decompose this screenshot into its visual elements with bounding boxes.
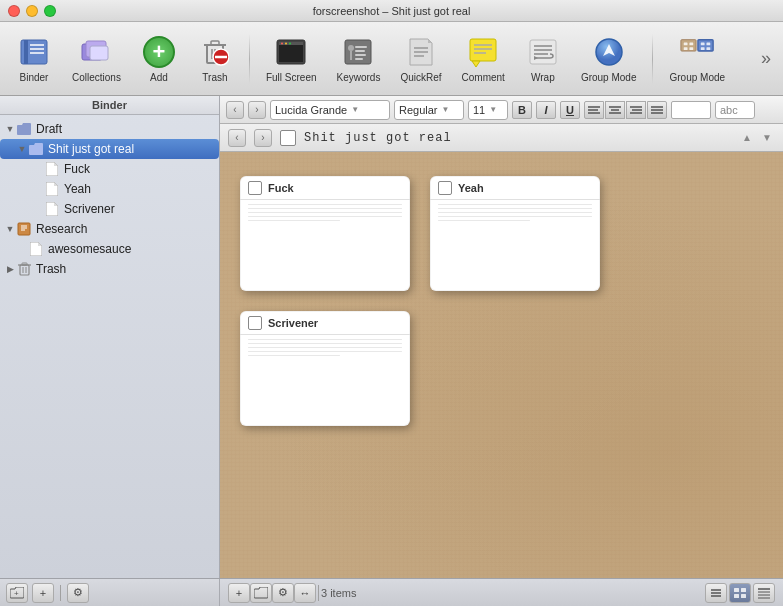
trash-icon [197,34,233,70]
doc-down-button[interactable]: ▼ [759,130,775,146]
toggle-main-doc[interactable] [16,143,28,155]
svg-rect-52 [707,47,711,50]
doc-nav-forward[interactable]: › [254,129,272,147]
wrap-label: Wrap [531,72,555,83]
style-arrow: ▼ [442,105,450,114]
align-center-button[interactable] [605,101,625,119]
size-select[interactable]: 11 ▼ [468,100,508,120]
binder-add-folder-button[interactable]: + [6,583,28,603]
doc-header-icon [280,130,296,146]
style-select[interactable]: Regular ▼ [394,100,464,120]
binder-settings-button[interactable]: ⚙ [67,583,89,603]
svg-rect-80 [734,594,739,598]
editor-sync-button[interactable]: ↔ [294,583,316,603]
quickref-icon [403,34,439,70]
svg-rect-7 [90,46,108,60]
minimize-button[interactable] [26,5,38,17]
traffic-lights [8,5,56,17]
binder-item-yeah[interactable]: Yeah [0,179,219,199]
font-select[interactable]: Lucida Grande ▼ [270,100,390,120]
binder-item-draft[interactable]: Draft [0,119,219,139]
editor-toolbar: ‹ › Lucida Grande ▼ Regular ▼ 11 ▼ B I U [220,96,783,124]
nav-back-button[interactable]: ‹ [226,101,244,119]
binder-add-doc-button[interactable]: + [32,583,54,603]
card-fuck-icon [248,181,262,195]
collections-label: Collections [72,72,121,83]
compile-label: Group Mode [581,72,637,83]
editor-add-button[interactable]: + [228,583,250,603]
trash-button[interactable]: Trash [189,30,241,87]
binder-item-main-doc[interactable]: Shit just got real [0,139,219,159]
editor-settings-button[interactable]: ⚙ [272,583,294,603]
align-justify-button[interactable] [647,101,667,119]
bold-button[interactable]: B [512,101,532,119]
compile-button[interactable]: Group Mode [573,30,645,87]
editor-bottom-area: + ⚙ ↔ 3 items [220,579,783,606]
doc-icon-awesome [28,241,44,257]
binder-button[interactable]: Binder [8,30,60,87]
trash-icon-binder [16,261,32,277]
card-line [438,204,592,205]
underline-button[interactable]: U [560,101,580,119]
italic-button[interactable]: I [536,101,556,119]
binder-item-fuck[interactable]: Fuck [0,159,219,179]
card-scrivener[interactable]: Scrivener [240,311,410,426]
corkboard-view-button[interactable] [729,583,751,603]
svg-rect-32 [470,39,496,61]
fullscreen-button[interactable]: Full Screen [258,30,325,87]
keywords-icon [340,34,376,70]
groupmode-label: Group Mode [669,72,725,83]
align-right-button[interactable] [626,101,646,119]
card-yeah[interactable]: Yeah [430,176,600,291]
svg-rect-81 [741,594,746,598]
trash-label: Trash [202,72,227,83]
svg-rect-48 [698,40,713,51]
card-line [248,351,402,352]
svg-rect-44 [684,43,688,46]
awesomesauce-label: awesomesauce [48,242,131,256]
svg-rect-28 [355,58,363,60]
item-count: 3 items [321,587,356,599]
toggle-research[interactable] [4,223,16,235]
doc-nav-back[interactable]: ‹ [228,129,246,147]
binder-item-awesomesauce[interactable]: awesomesauce [0,239,219,259]
binder-item-trash[interactable]: Trash [0,259,219,279]
quickref-label: QuickRef [400,72,441,83]
comment-button[interactable]: Comment [454,30,513,87]
doc-header: ‹ › Shit just got real ▲ ▼ [220,124,783,152]
card-line [248,347,402,348]
toolbar: Binder Collections + Add [0,22,783,96]
folder-icon-selected [28,141,44,157]
doc-up-button[interactable]: ▲ [739,130,755,146]
editor-area: ‹ › Lucida Grande ▼ Regular ▼ 11 ▼ B I U [220,96,783,578]
toolbar-overflow-button[interactable]: » [757,44,775,73]
scrivener-label: Scrivener [64,202,115,216]
quickref-button[interactable]: QuickRef [392,30,449,87]
main-doc-label: Shit just got real [48,142,134,156]
toggle-draft[interactable] [4,123,16,135]
binder-item-research[interactable]: Research [0,219,219,239]
collections-button[interactable]: Collections [64,30,129,87]
card-line [438,212,592,213]
groupmode-icon [679,34,715,70]
status-divider [318,585,319,601]
add-icon: + [141,34,177,70]
add-button[interactable]: + Add [133,30,185,87]
groupmode-button[interactable]: Group Mode [661,30,733,87]
card-fuck[interactable]: Fuck [240,176,410,291]
maximize-button[interactable] [44,5,56,17]
card-line [248,208,402,209]
align-left-button[interactable] [584,101,604,119]
nav-forward-button[interactable]: › [248,101,266,119]
wrap-button[interactable]: Wrap [517,30,569,87]
svg-rect-50 [707,43,711,46]
close-button[interactable] [8,5,20,17]
keywords-button[interactable]: Keywords [329,30,389,87]
binder-item-scrivener[interactable]: Scrivener [0,199,219,219]
binder-panel: Binder Draft Shit [0,96,220,578]
color-swatch[interactable] [671,101,711,119]
outline-view-button[interactable] [753,583,775,603]
toggle-trash[interactable] [4,263,16,275]
list-view-button[interactable] [705,583,727,603]
editor-add-folder-button[interactable] [250,583,272,603]
